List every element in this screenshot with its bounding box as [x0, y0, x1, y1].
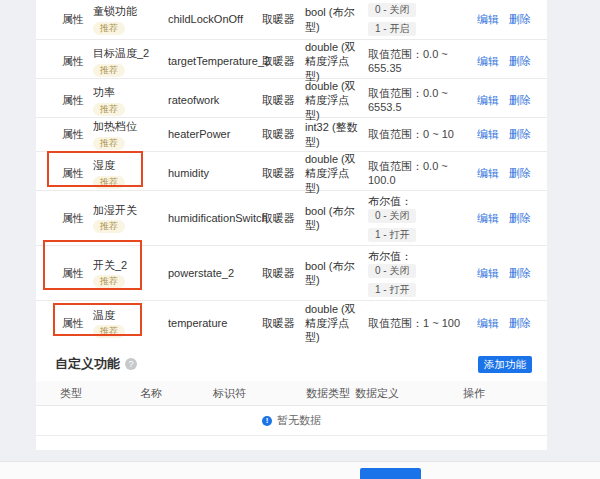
delete-link[interactable]: 删除 [509, 12, 531, 26]
edit-link[interactable]: 编辑 [477, 54, 499, 68]
edit-link[interactable]: 编辑 [477, 93, 499, 107]
identifier: humidity [168, 166, 262, 180]
table-row: 属性 功率 推荐 rateofwork 取暖器 double (双精度浮点型) … [36, 78, 547, 117]
recommend-badge: 推荐 [93, 103, 125, 116]
row-actions: 编辑 删除 [477, 316, 533, 330]
table-row: 属性 童锁功能 推荐 childLockOnOff 取暖器 bool (布尔型)… [36, 0, 547, 39]
delete-link[interactable]: 删除 [509, 127, 531, 141]
data-definition: 布尔值： 0 - 关闭 1 - 打开 [368, 194, 477, 242]
table-row: 属性 开关_2 推荐 powerstate_2 取暖器 bool (布尔型) 布… [36, 245, 547, 300]
function-type: 属性 [62, 166, 93, 180]
function-type: 属性 [62, 54, 93, 68]
delete-link[interactable]: 删除 [509, 211, 531, 225]
function-name-cell: 目标温度_2 推荐 [93, 46, 168, 76]
row-actions: 编辑 删除 [477, 93, 533, 107]
custom-table-header: 类型 名称 标识符 数据类型 数据定义 操作 [36, 381, 547, 406]
row-actions: 编辑 删除 [477, 266, 533, 280]
column-header-definition: 数据定义 [355, 386, 463, 400]
table-row: 属性 加湿开关 推荐 humidificationSwitch 取暖器 bool… [36, 190, 547, 245]
data-definition: 取值范围：0.0 ~ 655.35 [368, 47, 477, 76]
identifier: temperature [168, 316, 262, 330]
data-definition: 取值范围：1 ~ 100 [368, 316, 477, 330]
row-actions: 编辑 删除 [477, 54, 533, 68]
data-type: double (双精度浮点型) [305, 79, 368, 122]
delete-link[interactable]: 删除 [509, 93, 531, 107]
section-title: 自定义功能 [55, 355, 120, 373]
data-type: bool (布尔型) [305, 5, 368, 34]
bool-label: 布尔值： [368, 249, 477, 263]
empty-text: 暂无数据 [277, 413, 321, 428]
row-actions: 编辑 删除 [477, 12, 533, 26]
function-name-cell: 温度 推荐 [93, 308, 168, 338]
source-category: 取暖器 [262, 93, 305, 107]
column-header-datatype: 数据类型 [306, 386, 355, 400]
row-actions: 编辑 删除 [477, 166, 533, 180]
edit-link[interactable]: 编辑 [477, 166, 499, 180]
function-name-cell: 湿度 推荐 [93, 158, 168, 188]
edit-link[interactable]: 编辑 [477, 316, 499, 330]
bool-value-tag: 1 - 打开 [368, 228, 416, 242]
edit-link[interactable]: 编辑 [477, 12, 499, 26]
function-type: 属性 [62, 93, 93, 107]
data-type: double (双精度浮点型) [305, 152, 368, 195]
bool-value-tag: 1 - 开启 [368, 22, 416, 36]
function-name: 童锁功能 [93, 4, 137, 18]
source-category: 取暖器 [262, 266, 305, 280]
function-type: 属性 [62, 316, 93, 330]
identifier: rateofwork [168, 93, 262, 107]
recommend-badge: 推荐 [93, 64, 125, 77]
function-name: 湿度 [93, 158, 115, 172]
edit-link[interactable]: 编辑 [477, 127, 499, 141]
edit-link[interactable]: 编辑 [477, 211, 499, 225]
info-icon: ! [262, 416, 272, 426]
table-row: 属性 温度 推荐 temperature 取暖器 double (双精度浮点型)… [36, 300, 547, 345]
bool-value-tag: 1 - 打开 [368, 283, 416, 297]
empty-state: ! 暂无数据 [36, 406, 547, 436]
bool-label: 布尔值： [368, 194, 477, 208]
recommend-badge: 推荐 [93, 220, 125, 233]
identifier: heaterPower [168, 127, 262, 141]
data-type: int32 (整数型) [305, 120, 368, 149]
delete-link[interactable]: 删除 [509, 266, 531, 280]
edit-link[interactable]: 编辑 [477, 266, 499, 280]
function-type: 属性 [62, 127, 93, 141]
recommend-badge: 推荐 [93, 275, 125, 288]
footer-bar [0, 461, 600, 479]
footer-primary-button[interactable] [360, 468, 421, 479]
column-header-name: 名称 [140, 386, 213, 400]
identifier: childLockOnOff [168, 12, 262, 26]
function-name: 开关_2 [93, 258, 127, 272]
delete-link[interactable]: 删除 [509, 166, 531, 180]
function-definition-panel: 属性 童锁功能 推荐 childLockOnOff 取暖器 bool (布尔型)… [36, 0, 547, 450]
function-type: 属性 [62, 12, 93, 26]
function-name: 温度 [93, 308, 115, 322]
column-header-type: 类型 [60, 386, 140, 400]
data-definition: 取值范围：0.0 ~ 6553.5 [368, 86, 477, 115]
function-name-cell: 加热档位 推荐 [93, 119, 168, 149]
question-circle-icon[interactable]: ? [125, 358, 137, 370]
function-name: 功率 [93, 85, 115, 99]
delete-link[interactable]: 删除 [509, 316, 531, 330]
identifier: powerstate_2 [168, 266, 262, 280]
bool-value-tag: 0 - 关闭 [368, 209, 416, 223]
data-type: bool (布尔型) [305, 204, 368, 233]
function-name: 加湿开关 [93, 203, 137, 217]
source-category: 取暖器 [262, 316, 305, 330]
identifier: humidificationSwitch [168, 211, 262, 225]
recommend-badge: 推荐 [93, 325, 125, 338]
custom-functions-header: 自定义功能 ? 添加功能 [36, 353, 547, 375]
identifier: targetTemperature_2 [168, 54, 262, 68]
column-header-identifier: 标识符 [213, 386, 306, 400]
data-definition: 取值范围：0.0 ~ 100.0 [368, 159, 477, 188]
source-category: 取暖器 [262, 127, 305, 141]
table-row: 属性 目标温度_2 推荐 targetTemperature_2 取暖器 dou… [36, 39, 547, 78]
function-type: 属性 [62, 266, 93, 280]
data-definition: 0 - 关闭 1 - 开启 [368, 3, 477, 36]
add-function-button[interactable]: 添加功能 [478, 356, 532, 373]
function-name: 加热档位 [93, 119, 137, 133]
function-type: 属性 [62, 211, 93, 225]
source-category: 取暖器 [262, 12, 305, 26]
delete-link[interactable]: 删除 [509, 54, 531, 68]
recommend-badge: 推荐 [93, 176, 125, 189]
row-actions: 编辑 删除 [477, 211, 533, 225]
